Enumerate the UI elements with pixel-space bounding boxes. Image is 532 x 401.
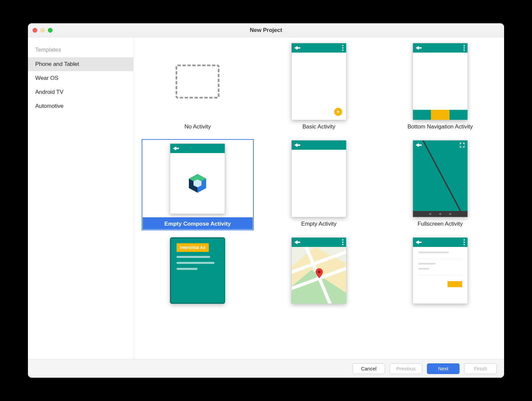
template-login-activity[interactable] [384, 236, 496, 295]
footer: Cancel Previous Next Finish [28, 359, 504, 378]
back-arrow-icon [416, 46, 419, 50]
overflow-menu-icon [342, 239, 343, 245]
system-nav-icon [413, 211, 467, 217]
sidebar-item-phone-and-tablet[interactable]: Phone and Tablet [28, 57, 133, 71]
svg-point-7 [318, 271, 321, 273]
sidebar-item-android-tv[interactable]: Android TV [28, 85, 133, 99]
fullscreen-icon [460, 142, 465, 148]
cancel-button[interactable]: Cancel [352, 363, 385, 374]
template-label: Empty Compose Activity [143, 217, 253, 229]
template-empty-compose-activity[interactable]: Empty Compose Activity [142, 139, 254, 230]
template-label: Basic Activity [264, 120, 374, 132]
overflow-menu-icon [464, 45, 465, 51]
map-pin-icon [316, 268, 323, 278]
sidebar: Templates Phone and Tablet Wear OS Andro… [28, 37, 134, 359]
template-preview: Interstitial Ad [154, 237, 241, 294]
template-gallery: No Activity + Basic Activity [134, 37, 504, 359]
sidebar-item-wear-os[interactable]: Wear OS [28, 71, 133, 85]
template-basic-activity[interactable]: + Basic Activity [263, 42, 375, 133]
fab-plus-icon: + [334, 108, 342, 116]
map-icon [292, 247, 346, 303]
login-button-icon [448, 281, 462, 287]
template-fullscreen-activity[interactable]: Fullscreen Activity [384, 139, 496, 230]
template-preview [397, 237, 484, 294]
window-title: New Project [28, 27, 504, 34]
finish-button[interactable]: Finish [464, 363, 497, 374]
template-label: Bottom Navigation Activity [385, 120, 495, 132]
template-label: Fullscreen Activity [385, 217, 495, 229]
overflow-menu-icon [464, 239, 465, 245]
template-no-activity[interactable]: No Activity [142, 42, 254, 133]
sidebar-heading: Templates [28, 45, 133, 57]
template-preview [154, 140, 241, 217]
template-preview [397, 43, 484, 120]
template-preview [397, 140, 484, 217]
back-arrow-icon [294, 240, 298, 244]
template-empty-activity[interactable]: Empty Activity [263, 139, 375, 230]
new-project-window: New Project Templates Phone and Tablet W… [28, 23, 504, 378]
jetpack-compose-logo-icon [170, 153, 225, 214]
content-area: Templates Phone and Tablet Wear OS Andro… [28, 37, 504, 359]
back-arrow-icon [294, 46, 298, 50]
back-arrow-icon [173, 146, 176, 150]
template-preview [275, 140, 362, 217]
back-arrow-icon [294, 143, 298, 147]
back-arrow-icon [416, 143, 419, 147]
template-preview [154, 43, 241, 120]
interstitial-ad-badge: Interstitial Ad [177, 243, 208, 252]
template-preview [275, 237, 362, 294]
back-arrow-icon [416, 240, 419, 244]
template-preview: + [275, 43, 362, 120]
template-admob-activity[interactable]: Interstitial Ad [142, 236, 254, 295]
template-label: Empty Activity [264, 217, 374, 229]
next-button[interactable]: Next [427, 363, 460, 374]
overflow-menu-icon [342, 45, 343, 51]
sidebar-item-automotive[interactable]: Automotive [28, 99, 133, 113]
bottom-nav-icon [413, 110, 467, 120]
template-google-maps-activity[interactable] [263, 236, 375, 295]
template-label: No Activity [143, 120, 253, 132]
dashed-rectangle-icon [176, 65, 219, 99]
titlebar: New Project [28, 23, 504, 37]
template-bottom-navigation-activity[interactable]: Bottom Navigation Activity [384, 42, 496, 133]
previous-button[interactable]: Previous [390, 363, 422, 374]
